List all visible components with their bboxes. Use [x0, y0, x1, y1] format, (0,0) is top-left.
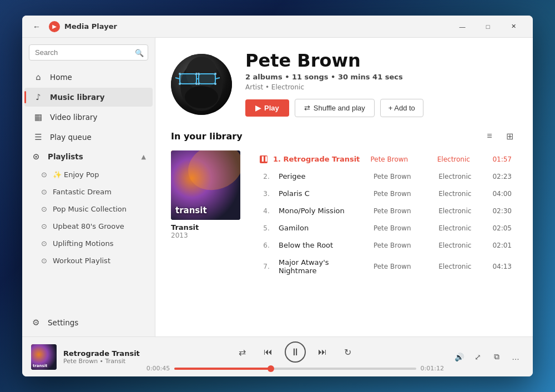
search-icon: 🔍: [135, 48, 144, 57]
track-name-3: Polaris C: [279, 189, 368, 198]
artist-avatar: [171, 54, 232, 115]
sidebar-item-video-library[interactable]: ▦ Video library: [24, 108, 153, 127]
list-view-button[interactable]: ≡: [482, 128, 497, 144]
track-genre-4: Electronic: [438, 207, 486, 215]
now-playing-art-label: transit: [33, 364, 47, 368]
app-logo: ▶: [49, 21, 60, 32]
volume-button[interactable]: 🔊: [451, 349, 467, 365]
svg-point-10: [179, 73, 181, 75]
track-artist-7: Pete Brown: [374, 263, 433, 270]
track-duration-4: 02:30: [492, 207, 512, 215]
title-bar-left: ← ▶ Media Player: [29, 19, 450, 34]
playlist-upbeat-label: Upbeat 80's Groove: [53, 222, 124, 230]
playlist-item-uplifting[interactable]: ⊙ Uplifting Motions: [24, 235, 153, 252]
search-box: 🔍: [29, 44, 148, 61]
addto-button[interactable]: + Add to: [380, 99, 423, 117]
artist-header: Pete Brown 2 albums • 11 songs • 30 mins…: [155, 38, 533, 128]
track-row[interactable]: ▐▐ 1. Retrograde Transit Pete Brown Elec…: [254, 150, 517, 168]
playlist-workout-label: Workout Playlist: [53, 257, 110, 265]
sidebar-item-play-queue[interactable]: ☰ Play queue: [24, 128, 153, 147]
playlist-uplifting-label: Uplifting Motions: [53, 239, 114, 248]
track-name-4: Mono/Poly Mission: [279, 207, 368, 215]
shuffle-transport-button[interactable]: ⇄: [234, 343, 251, 361]
now-playing-album-art: transit: [31, 344, 57, 370]
playlist-enjoy-pop-label: ✨ Enjoy Pop: [53, 170, 99, 179]
playlists-header[interactable]: ⊙ Playlists ▲: [22, 147, 155, 166]
track-duration-1: 01:57: [492, 155, 512, 163]
progress-section: ⇄ ⏮ ⏸ ⏭ ↻ 0:00:45 0:01:12: [147, 341, 444, 372]
sidebar-item-home-label: Home: [50, 73, 72, 82]
play-button[interactable]: ▶ Play: [245, 99, 289, 117]
svg-point-11: [195, 73, 198, 75]
title-bar: ← ▶ Media Player — □ ✕: [22, 16, 533, 38]
track-artist-5: Pete Brown: [374, 224, 433, 232]
sidebar-item-settings[interactable]: ⚙ Settings: [22, 313, 155, 332]
track-num-3: 3.: [260, 190, 273, 198]
playlist-pop-music-label: Pop Music Collection: [53, 205, 127, 213]
library-title: In your library: [171, 131, 243, 142]
album-art-label: transit: [175, 205, 207, 215]
playlist-item-workout[interactable]: ⊙ Workout Playlist: [24, 253, 153, 269]
artist-actions: ▶ Play ⇄ Shuffle and play + Add to: [245, 99, 517, 117]
svg-line-8: [175, 78, 180, 79]
now-playing-info: Retrograde Transit Pete Brown • Transit: [63, 349, 140, 365]
progress-thumb[interactable]: [268, 365, 274, 372]
settings-label: Settings: [48, 318, 78, 327]
queue-icon: ☰: [33, 132, 43, 142]
track-name-2: Perigee: [279, 172, 368, 180]
main-content: 🔍 ⌂ Home ♪ Music library ▦ Video library…: [22, 38, 533, 336]
track-genre-3: Electronic: [438, 190, 486, 198]
minimize-button[interactable]: —: [450, 18, 475, 36]
sidebar-item-home[interactable]: ⌂ Home: [24, 68, 153, 87]
shuffle-icon: ⇄: [304, 104, 310, 112]
bottom-player: transit Retrograde Transit Pete Brown • …: [22, 336, 533, 376]
playing-icon: ▐▐: [260, 155, 268, 163]
playlists-icon: ⊙: [31, 152, 41, 162]
back-button[interactable]: ←: [29, 19, 44, 34]
previous-button[interactable]: ⏮: [259, 343, 277, 361]
repeat-button[interactable]: ↻: [339, 343, 357, 361]
progress-bar-wrap: 0:00:45 0:01:12: [147, 365, 444, 372]
window-controls: — □ ✕: [450, 18, 526, 36]
track-row[interactable]: 6. Below the Root Pete Brown Electronic …: [254, 237, 517, 254]
sidebar-item-music-library[interactable]: ♪ Music library: [24, 88, 153, 107]
track-duration-6: 02:01: [492, 242, 512, 249]
track-genre-1: Electronic: [437, 155, 486, 163]
fullscreen-button[interactable]: ⤢: [470, 349, 486, 365]
search-input[interactable]: [29, 44, 148, 61]
track-row[interactable]: 2. Perigee Pete Brown Electronic 02:23: [254, 168, 517, 185]
playlist-icon: ⊙: [41, 222, 47, 230]
playlist-item-enjoy-pop[interactable]: ⊙ ✨ Enjoy Pop: [24, 167, 153, 183]
now-playing-sub: Pete Brown • Transit: [63, 358, 140, 365]
next-button[interactable]: ⏭: [314, 343, 331, 361]
playlist-item-upbeat[interactable]: ⊙ Upbeat 80's Groove: [24, 218, 153, 234]
shuffle-button[interactable]: ⇄ Shuffle and play: [295, 99, 375, 117]
grid-view-button[interactable]: ⊞: [502, 128, 517, 144]
view-controls: ≡ ⊞: [482, 128, 517, 144]
track-row[interactable]: 7. Major Atway's Nightmare Pete Brown El…: [254, 254, 517, 279]
track-row[interactable]: 3. Polaris C Pete Brown Electronic 04:00: [254, 185, 517, 202]
play-pause-button[interactable]: ⏸: [285, 341, 306, 363]
album-card[interactable]: transit Transit 2013: [171, 150, 243, 336]
playlist-item-pop-music[interactable]: ⊙ Pop Music Collection: [24, 201, 153, 217]
chevron-up-icon: ▲: [142, 153, 146, 160]
progress-track[interactable]: [174, 368, 416, 370]
track-row[interactable]: 5. Gamilon Pete Brown Electronic 02:05: [254, 219, 517, 237]
svg-point-12: [198, 73, 200, 75]
play-label: Play: [264, 104, 279, 112]
play-icon: ▶: [255, 104, 261, 112]
track-name-6: Below the Root: [279, 241, 368, 249]
more-options-button[interactable]: …: [507, 349, 524, 365]
library-header: In your library ≡ ⊞: [171, 128, 517, 144]
playlist-item-fantastic-dream[interactable]: ⊙ Fantastic Dream: [24, 184, 153, 200]
sidebar-item-video-label: Video library: [50, 113, 98, 122]
svg-point-14: [179, 83, 181, 85]
sidebar: 🔍 ⌂ Home ♪ Music library ▦ Video library…: [22, 38, 155, 336]
miniplayer-button[interactable]: ⧉: [488, 349, 505, 365]
playlist-icon: ⊙: [41, 170, 47, 179]
maximize-button[interactable]: □: [475, 18, 501, 36]
right-controls: 🔊 ⤢ ⧉ …: [451, 349, 524, 365]
track-genre-6: Electronic: [438, 242, 486, 249]
track-row[interactable]: 4. Mono/Poly Mission Pete Brown Electron…: [254, 202, 517, 219]
close-button[interactable]: ✕: [501, 18, 526, 36]
